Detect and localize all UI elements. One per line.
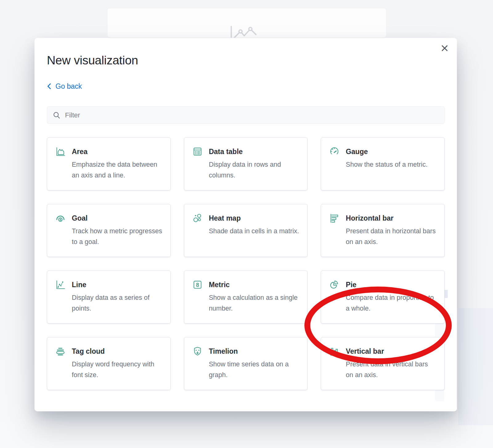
viz-card-title: Line [72, 280, 162, 289]
metric-icon: 8 [192, 279, 203, 290]
viz-card-metric[interactable]: 8MetricShow a calculation as a single nu… [184, 271, 308, 324]
timelion-icon [192, 346, 203, 356]
page: { "modal": { "title": "New visualization… [0, 0, 493, 448]
go-back-link[interactable]: Go back [47, 82, 82, 91]
viz-card-title: Gauge [346, 147, 427, 156]
viz-card-horizontal-bar[interactable]: Horizontal barPresent data in horizontal… [321, 204, 445, 257]
viz-card-text: Horizontal barPresent data in horizontal… [346, 214, 436, 247]
viz-card-heat-map[interactable]: Heat mapShade data in cells in a matrix. [184, 204, 308, 257]
viz-card-text: TimelionShow time series data on a graph… [209, 347, 299, 381]
viz-card-timelion[interactable]: TimelionShow time series data on a graph… [184, 337, 308, 390]
chevron-left-icon [47, 83, 51, 90]
viz-card-text: Tag cloudDisplay word frequency with fon… [72, 347, 162, 381]
viz-card-description: Emphasize the data between an axis and a… [72, 159, 162, 181]
filter-field [47, 106, 445, 124]
viz-card-description: Shade data in cells in a matrix. [209, 226, 299, 237]
pie-chart-icon [329, 279, 340, 290]
area-chart-icon [55, 146, 66, 157]
viz-card-title: Goal [72, 214, 162, 223]
viz-card-text: AreaEmphasize the data between an axis a… [72, 147, 162, 181]
viz-card-description: Show time series data on a graph. [209, 359, 299, 381]
goal-icon: 8 [55, 213, 66, 223]
svg-text:8: 8 [196, 282, 199, 288]
viz-card-area[interactable]: AreaEmphasize the data between an axis a… [47, 137, 171, 190]
viz-card-title: Vertical bar [346, 347, 436, 356]
viz-card-tag-cloud[interactable]: Tag cloudDisplay word frequency with fon… [47, 337, 171, 390]
viz-card-text: Heat mapShade data in cells in a matrix. [209, 214, 299, 237]
viz-card-description: Show a calculation as a single number. [209, 292, 299, 314]
go-back-label: Go back [55, 82, 82, 91]
viz-card-text: GoalTrack how a metric progresses to a g… [72, 214, 162, 247]
viz-card-description: Display data in rows and columns. [209, 159, 299, 181]
vertical-bar-icon [329, 346, 340, 356]
viz-card-description: Compare data in proportion to a whole. [346, 292, 436, 314]
viz-card-title: Metric [209, 280, 299, 289]
viz-card-description: Display word frequency with font size. [72, 359, 162, 381]
viz-card-description: Show the status of a metric. [346, 159, 427, 170]
gauge-icon [329, 146, 340, 157]
viz-card-title: Heat map [209, 214, 299, 223]
search-icon [53, 111, 61, 120]
viz-card-title: Data table [209, 147, 299, 156]
modal-title: New visualization [47, 53, 445, 67]
data-table-icon [192, 146, 203, 157]
viz-card-title: Area [72, 147, 162, 156]
viz-card-description: Display data as a series of points. [72, 292, 162, 314]
viz-card-text: LineDisplay data as a series of points. [72, 280, 162, 314]
viz-card-line[interactable]: LineDisplay data as a series of points. [47, 271, 171, 324]
visualization-grid: AreaEmphasize the data between an axis a… [47, 137, 445, 390]
viz-card-vertical-bar[interactable]: Vertical barPresent data in vertical bar… [321, 337, 445, 390]
viz-card-text: Data tableDisplay data in rows and colum… [209, 147, 299, 181]
viz-card-description: Present data in vertical bars on an axis… [346, 359, 436, 381]
viz-card-title: Tag cloud [72, 347, 162, 356]
viz-card-title: Timelion [209, 347, 299, 356]
line-chart-icon [55, 279, 66, 290]
viz-card-text: PieCompare data in proportion to a whole… [346, 280, 436, 314]
background-panel [107, 8, 386, 38]
viz-card-description: Track how a metric progresses to a goal. [72, 226, 162, 247]
bottom-fade-overlay [35, 398, 457, 411]
viz-card-title: Pie [346, 280, 436, 289]
filter-input[interactable] [47, 106, 445, 124]
svg-text:8: 8 [59, 218, 61, 222]
viz-card-pie[interactable]: PieCompare data in proportion to a whole… [321, 271, 445, 324]
tag-cloud-icon [55, 346, 66, 356]
horizontal-bar-icon [329, 213, 340, 223]
heat-map-icon [192, 213, 203, 223]
viz-card-text: MetricShow a calculation as a single num… [209, 280, 299, 314]
new-visualization-modal: × New visualization Go back AreaEmphasiz… [35, 38, 457, 411]
background-watermark [458, 308, 493, 425]
viz-card-title: Horizontal bar [346, 214, 436, 223]
close-icon[interactable]: × [438, 42, 451, 54]
viz-card-description: Present data in horizontal bars on an ax… [346, 226, 436, 247]
viz-card-text: GaugeShow the status of a metric. [346, 147, 427, 170]
viz-card-goal[interactable]: 8GoalTrack how a metric progresses to a … [47, 204, 171, 257]
viz-card-text: Vertical barPresent data in vertical bar… [346, 347, 436, 381]
viz-card-gauge[interactable]: GaugeShow the status of a metric. [321, 137, 445, 190]
line-chart-placeholder-icon [228, 25, 263, 38]
viz-card-data-table[interactable]: Data tableDisplay data in rows and colum… [184, 137, 308, 190]
